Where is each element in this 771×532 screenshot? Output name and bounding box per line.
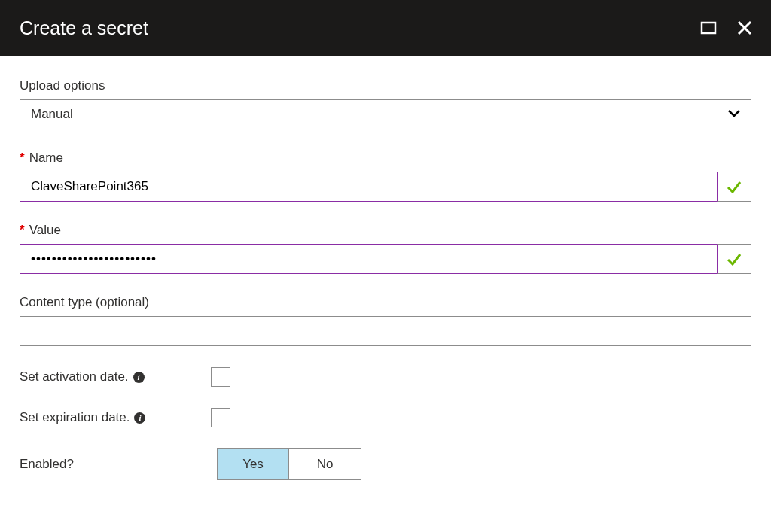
value-input[interactable] (20, 244, 717, 274)
close-button[interactable] (732, 15, 757, 41)
value-label: * Value (20, 223, 751, 238)
required-asterisk: * (20, 223, 25, 238)
header-actions (696, 15, 757, 41)
activation-label: Set activation date. (20, 369, 129, 385)
field-content-type: Content type (optional) (20, 295, 751, 346)
name-label-text: Name (29, 150, 63, 166)
maximize-icon (700, 20, 717, 36)
upload-options-value: Manual (31, 107, 73, 122)
name-input-wrap (20, 172, 751, 202)
expiration-label: Set expiration date. (20, 410, 130, 425)
svg-rect-0 (702, 23, 715, 33)
maximize-button[interactable] (696, 15, 721, 41)
enabled-toggle-group: Yes No (217, 448, 361, 480)
field-enabled: Enabled? Yes No (20, 448, 751, 480)
form-area: Upload options Manual * Name * Value (0, 56, 771, 503)
info-icon[interactable]: i (133, 372, 145, 383)
upload-options-label: Upload options (20, 78, 751, 93)
checkmark-icon (726, 251, 742, 267)
upload-options-select[interactable]: Manual (20, 99, 751, 129)
close-icon (736, 20, 753, 36)
info-icon[interactable]: i (134, 412, 145, 424)
field-name: * Name (20, 150, 751, 202)
upload-options-select-wrap: Manual (20, 99, 751, 129)
expiration-checkbox[interactable] (211, 408, 230, 427)
field-activation-date: Set activation date. i (20, 367, 751, 387)
name-label: * Name (20, 150, 751, 166)
checkmark-icon (726, 178, 742, 195)
content-type-input[interactable] (20, 316, 751, 346)
enabled-yes-button[interactable]: Yes (217, 448, 289, 480)
field-value: * Value (20, 223, 751, 274)
content-type-label: Content type (optional) (20, 295, 751, 310)
activation-checkbox[interactable] (211, 367, 230, 387)
value-input-wrap (20, 244, 751, 274)
panel-header: Create a secret (0, 0, 771, 56)
activation-label-wrap: Set activation date. i (20, 369, 178, 385)
field-upload-options: Upload options Manual (20, 78, 751, 129)
name-valid-indicator (717, 172, 751, 202)
enabled-label: Enabled? (20, 457, 178, 472)
value-valid-indicator (717, 244, 751, 274)
value-label-text: Value (29, 223, 61, 238)
field-expiration-date: Set expiration date. i (20, 408, 751, 427)
name-input[interactable] (20, 172, 717, 202)
required-asterisk: * (20, 150, 25, 166)
panel-title: Create a secret (20, 17, 148, 39)
enabled-no-button[interactable]: No (289, 448, 361, 480)
expiration-label-wrap: Set expiration date. i (20, 410, 178, 425)
